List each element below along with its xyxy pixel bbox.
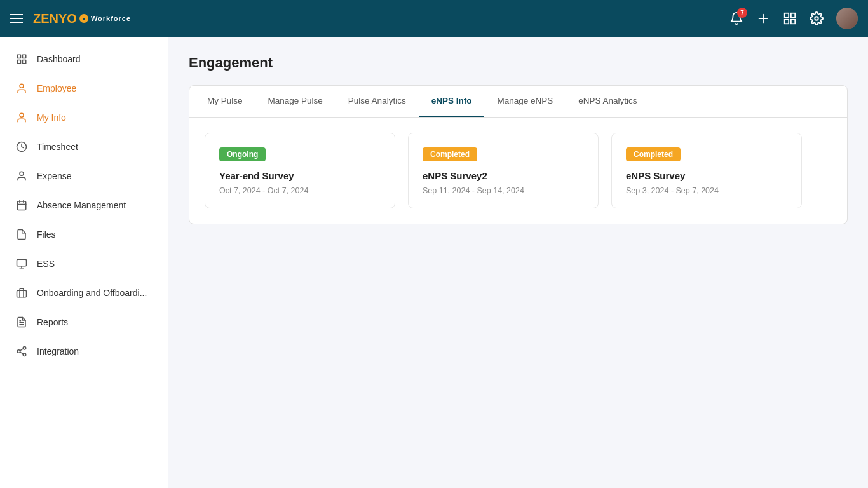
ess-icon — [15, 257, 28, 270]
sidebar-item-dashboard[interactable]: Dashboard — [0, 44, 168, 74]
card-date-1: Oct 7, 2024 - Oct 7, 2024 — [219, 186, 381, 195]
sidebar-item-files[interactable]: Files — [0, 220, 168, 249]
app-logo[interactable]: ZENYO ● Workforce — [33, 11, 131, 26]
myinfo-icon — [15, 111, 28, 124]
sidebar-item-timesheet[interactable]: Timesheet — [0, 132, 168, 161]
user-avatar[interactable] — [836, 8, 858, 29]
tab-enps-analytics[interactable]: eNPS Analytics — [566, 86, 649, 117]
svg-rect-19 — [17, 259, 27, 266]
page-title: Engagement — [189, 55, 848, 71]
svg-rect-3 — [791, 13, 795, 17]
settings-button[interactable] — [810, 11, 824, 25]
sidebar-item-my-info[interactable]: My Info — [0, 103, 168, 132]
sidebar-item-expense[interactable]: Expense — [0, 161, 168, 191]
card-date-2: Sep 11, 2024 - Sep 14, 2024 — [423, 186, 584, 195]
sidebar: Dashboard Employee My Info — [0, 37, 168, 488]
sidebar-label-files: Files — [37, 229, 56, 240]
logo-dot: ● — [79, 14, 88, 23]
sidebar-label-my-info: My Info — [37, 112, 66, 123]
svg-rect-4 — [785, 20, 789, 24]
sidebar-label-dashboard: Dashboard — [37, 54, 81, 64]
svg-rect-22 — [17, 290, 27, 297]
tabs-header: My Pulse Manage Pulse Pulse Analytics eN… — [189, 86, 847, 118]
svg-point-11 — [20, 84, 24, 88]
absence-icon — [15, 199, 28, 212]
svg-line-29 — [20, 349, 23, 351]
header-left: ZENYO ● Workforce — [10, 11, 131, 26]
sidebar-label-onboarding: Onboarding and Offboardi... — [37, 288, 147, 298]
onboarding-icon — [15, 287, 28, 299]
tabs-container: My Pulse Manage Pulse Pulse Analytics eN… — [189, 85, 848, 224]
logo-text: Workforce — [91, 15, 131, 22]
reports-icon — [15, 316, 28, 329]
tab-manage-pulse[interactable]: Manage Pulse — [255, 86, 336, 117]
card-title-3: eNPS Survey — [626, 170, 787, 181]
tab-my-pulse[interactable]: My Pulse — [194, 86, 255, 117]
grid-icon — [783, 11, 797, 25]
card-date-3: Sep 3, 2024 - Sep 7, 2024 — [626, 186, 787, 195]
employee-icon — [15, 82, 28, 95]
sidebar-item-ess[interactable]: ESS — [0, 249, 168, 278]
header-right: 7 — [729, 8, 858, 29]
sidebar-label-absence: Absence Management — [37, 200, 126, 210]
sidebar-item-integration[interactable]: Integration — [0, 337, 168, 366]
svg-rect-7 — [17, 55, 20, 58]
svg-point-6 — [815, 17, 818, 20]
sidebar-label-employee: Employee — [37, 83, 76, 93]
svg-rect-15 — [17, 201, 26, 210]
avatar-image — [836, 8, 858, 29]
main-layout: Dashboard Employee My Info — [0, 37, 868, 488]
add-button[interactable] — [756, 11, 770, 25]
svg-rect-2 — [785, 13, 789, 17]
survey-card-2[interactable]: Completed eNPS Survey2 Sep 11, 2024 - Se… — [408, 133, 599, 208]
timesheet-icon — [15, 140, 28, 153]
gear-icon — [810, 11, 824, 25]
dashboard-icon — [15, 53, 28, 65]
svg-point-14 — [20, 172, 24, 175]
hamburger-menu[interactable] — [10, 14, 23, 23]
svg-line-28 — [20, 352, 23, 354]
sidebar-label-timesheet: Timesheet — [37, 142, 78, 152]
sidebar-label-ess: ESS — [37, 259, 55, 269]
expense-icon — [15, 170, 28, 182]
tab-pulse-analytics[interactable]: Pulse Analytics — [336, 86, 419, 117]
notification-badge: 7 — [737, 8, 747, 18]
app-header: ZENYO ● Workforce 7 — [0, 0, 868, 37]
files-icon — [15, 228, 28, 241]
svg-rect-10 — [23, 60, 26, 64]
grid-button[interactable] — [783, 11, 797, 25]
svg-rect-8 — [23, 55, 26, 58]
sidebar-item-absence[interactable]: Absence Management — [0, 191, 168, 220]
tab-enps-info[interactable]: eNPS Info — [419, 86, 485, 117]
integration-icon — [15, 345, 28, 358]
logo-workforce: Workforce — [91, 15, 131, 22]
sidebar-label-expense: Expense — [37, 171, 71, 181]
tab-manage-enps[interactable]: Manage eNPS — [484, 86, 566, 117]
main-content: Engagement My Pulse Manage Pulse Pulse A… — [168, 37, 868, 488]
sidebar-item-reports[interactable]: Reports — [0, 308, 168, 337]
sidebar-item-onboarding[interactable]: Onboarding and Offboardi... — [0, 278, 168, 308]
plus-icon — [756, 11, 770, 25]
svg-rect-9 — [17, 60, 20, 64]
status-badge-2: Completed — [423, 147, 477, 161]
sidebar-label-integration: Integration — [37, 346, 79, 356]
survey-card-3[interactable]: Completed eNPS Survey Sep 3, 2024 - Sep … — [611, 133, 802, 208]
cards-area: Ongoing Year-end Survey Oct 7, 2024 - Oc… — [189, 118, 847, 224]
card-title-1: Year-end Survey — [219, 170, 381, 181]
notification-button[interactable]: 7 — [729, 11, 743, 25]
card-title-2: eNPS Survey2 — [423, 170, 584, 181]
status-badge-3: Completed — [626, 147, 681, 161]
svg-point-12 — [20, 113, 24, 117]
svg-rect-5 — [791, 20, 795, 24]
logo-zenyo: ZENYO — [33, 11, 77, 26]
sidebar-label-reports: Reports — [37, 317, 68, 327]
sidebar-item-employee[interactable]: Employee — [0, 74, 168, 103]
survey-card-1[interactable]: Ongoing Year-end Survey Oct 7, 2024 - Oc… — [205, 133, 395, 208]
status-badge-1: Ongoing — [219, 147, 266, 161]
